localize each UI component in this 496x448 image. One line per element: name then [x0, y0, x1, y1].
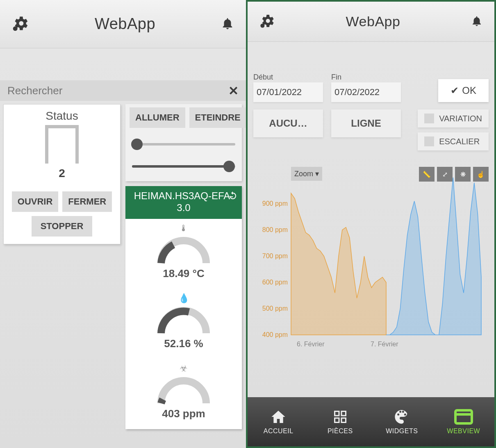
status-value: 2	[59, 167, 65, 180]
hand-icon[interactable]: ☝	[473, 167, 489, 182]
palette-icon	[394, 409, 410, 425]
humidity-icon: 💧	[125, 293, 242, 304]
top-bar: WebApp	[0, 0, 246, 48]
chart-type-line-button[interactable]: LIGNE	[331, 109, 401, 137]
door-icon	[45, 125, 79, 164]
biohazard-icon: ☣	[125, 363, 242, 374]
svg-rect-11	[341, 418, 346, 423]
open-button[interactable]: OUVRIR	[12, 191, 59, 212]
notifications-icon[interactable]	[221, 16, 234, 32]
ok-button[interactable]: ✔ OK	[438, 79, 489, 102]
gauge-co2: ☣ 403 ppm	[125, 359, 242, 429]
chart-type-none-button[interactable]: AUCU…	[253, 109, 323, 137]
sensor-name: HEIMAN.HS3AQ-EFA-3.0	[134, 190, 234, 213]
check-icon: ✔	[450, 85, 459, 96]
svg-point-0	[13, 26, 18, 31]
svg-text:900 ppm: 900 ppm	[262, 200, 288, 207]
chart[interactable]: 900 ppm800 ppm700 ppm600 ppm500 ppm400 p…	[252, 171, 485, 347]
svg-text:500 ppm: 500 ppm	[262, 305, 288, 312]
temp-value: 18.49 °C	[125, 267, 242, 280]
x-tick-2: 7. Février	[371, 341, 398, 348]
svg-rect-10	[334, 418, 339, 423]
on-button[interactable]: ALLUMER	[130, 107, 185, 128]
nav-rooms[interactable]: PIÈCES	[309, 397, 371, 446]
nav-home[interactable]: ACCUEIL	[248, 397, 309, 446]
bottom-nav: ACCUEIL PIÈCES WIDGETS WEBVIEW	[248, 397, 494, 446]
thermometer-icon: 🌡	[125, 223, 242, 234]
webview-icon	[454, 409, 473, 425]
co2-value: 403 ppm	[125, 407, 242, 420]
ruler-icon[interactable]: 📏	[419, 167, 435, 182]
app-title: WebApp	[346, 14, 400, 30]
sparkle-icon[interactable]: ❋	[455, 167, 471, 182]
svg-text:600 ppm: 600 ppm	[262, 279, 288, 286]
escalier-checkbox[interactable]: ESCALIER	[418, 132, 489, 150]
sensor-card: HEIMAN.HS3AQ-EFA-3.0 🌡 18.49 °C 💧 52.16 …	[125, 186, 242, 429]
settings-icon[interactable]	[259, 13, 275, 31]
slider-2[interactable]	[130, 161, 238, 172]
top-bar: WebApp	[248, 2, 494, 42]
end-date-input[interactable]	[331, 82, 401, 102]
off-button[interactable]: ETEINDRE	[189, 107, 246, 128]
date-range-row: Début Fin ✔ OK	[248, 70, 494, 102]
close-button[interactable]: FERMER	[62, 191, 112, 212]
grid-icon	[333, 409, 348, 425]
svg-point-1	[260, 23, 264, 27]
refresh-icon[interactable]	[228, 191, 238, 204]
nav-webview[interactable]: WEBVIEW	[433, 397, 495, 446]
zoom-button[interactable]: Zoom ▾	[291, 167, 322, 181]
sensor-header: HEIMAN.HS3AQ-EFA-3.0	[125, 186, 242, 219]
status-card: Status 2 OUVRIR FERMER STOPPER	[3, 104, 121, 244]
variation-checkbox[interactable]: VARIATION	[418, 109, 489, 127]
gauge-humidity: 💧 52.16 %	[125, 289, 242, 359]
search-bar: ✕	[0, 80, 246, 101]
humidity-value: 52.16 %	[125, 337, 242, 350]
svg-text:400 ppm: 400 ppm	[262, 331, 288, 338]
search-input[interactable]	[7, 84, 228, 97]
svg-rect-12	[455, 410, 472, 423]
x-tick-1: 6. Février	[297, 341, 325, 348]
chart-area: Zoom ▾ 📏 ⤢ ❋ ☝ 900 ppm800 ppm700 ppm600 …	[252, 167, 490, 347]
status-title: Status	[46, 109, 78, 123]
slider-1[interactable]	[130, 139, 238, 150]
expand-icon[interactable]: ⤢	[437, 167, 453, 182]
app-title: WebApp	[95, 15, 155, 33]
svg-rect-9	[341, 412, 346, 416]
start-date-input[interactable]	[253, 82, 323, 102]
gauge-temperature: 🌡 18.49 °C	[125, 219, 242, 289]
stop-button[interactable]: STOPPER	[32, 216, 93, 237]
end-label: Fin	[331, 73, 401, 82]
control-card: ALLUMER ETEINDRE	[125, 104, 242, 181]
svg-text:800 ppm: 800 ppm	[262, 226, 288, 233]
home-icon	[270, 409, 287, 425]
notifications-icon[interactable]	[471, 15, 483, 29]
close-icon[interactable]: ✕	[228, 84, 239, 98]
settings-icon[interactable]	[11, 14, 30, 34]
svg-text:700 ppm: 700 ppm	[262, 252, 288, 259]
svg-rect-8	[334, 412, 339, 416]
start-label: Début	[253, 73, 323, 82]
nav-widgets[interactable]: WIDGETS	[371, 397, 433, 446]
